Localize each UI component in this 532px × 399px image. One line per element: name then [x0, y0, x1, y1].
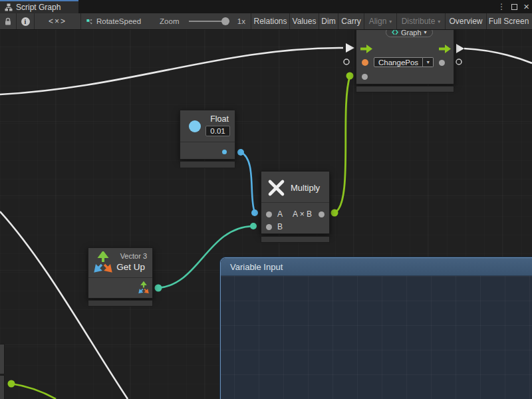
float-node-footer[interactable] [180, 161, 235, 168]
float-node[interactable]: Float 0.01 [180, 110, 235, 160]
tab-script-graph[interactable]: Script Graph [0, 0, 78, 13]
graph-canvas[interactable]: Graph ▾ ChangePos ▼ Float 0 [0, 30, 532, 399]
event-value-port[interactable] [362, 74, 368, 80]
graph-hierarchy-icon [5, 3, 13, 11]
variable-dropdown-value: ChangePos [374, 57, 423, 67]
full-screen-label: Full Screen [489, 17, 529, 26]
wire-green-bottom [11, 384, 56, 399]
event-out-value-port[interactable] [439, 60, 445, 66]
variable-dropdown[interactable]: ChangePos ▼ [374, 57, 434, 67]
float-output-port[interactable] [222, 150, 227, 154]
graph-context-section: RotateSpeed Zoom 1x [81, 13, 251, 29]
relations-button[interactable]: Relations [251, 13, 290, 29]
maximize-icon[interactable] [511, 4, 517, 10]
multiply-result-port[interactable] [319, 211, 325, 217]
graph-asset-icon [86, 17, 92, 26]
values-label: Values [293, 17, 317, 26]
event-graph-dropdown[interactable]: Graph ▾ [386, 30, 433, 37]
multiply-node-title: Multiply [291, 183, 320, 193]
vector-node-title: Get Up [116, 262, 145, 272]
vector-type-label: Vector 3 [120, 252, 147, 260]
lock-button[interactable] [0, 13, 17, 29]
align-label: Align [369, 17, 387, 26]
multiply-icon [267, 179, 285, 197]
inspect-button[interactable]: i [17, 13, 35, 29]
multiply-result-endpoint[interactable] [331, 209, 338, 217]
values-button[interactable]: Values [290, 13, 319, 29]
align-button[interactable]: Align ▾ [364, 13, 397, 29]
distribute-dropdown-icon: ▾ [438, 19, 440, 25]
multiply-a-label: A [277, 209, 283, 219]
multiply-result-label: A × B [293, 209, 312, 219]
zoom-value: 1x [237, 17, 245, 25]
flow-input-triangle[interactable] [346, 43, 354, 53]
offscreen-node-body[interactable] [0, 344, 5, 374]
float-node-title: Float [210, 114, 229, 124]
zoom-slider[interactable] [189, 17, 229, 26]
relations-label: Relations [253, 17, 287, 26]
graph-reference-label[interactable]: RotateSpeed [96, 17, 141, 25]
code-unit-icon: <×> [49, 17, 66, 26]
multiply-node-footer[interactable] [261, 236, 330, 243]
variable-dropdown-arrow-icon: ▼ [423, 57, 434, 67]
distribute-label: Distribute [402, 17, 436, 26]
multiply-b-port[interactable] [266, 224, 272, 230]
overview-button[interactable]: Overview [446, 13, 487, 29]
script-graph-window: Script Graph ⋮ × i <×> [0, 0, 532, 399]
multiply-b-label: B [277, 222, 283, 231]
graph-toolbar: i <×> RotateSpeed Zoom 1x Relations Valu… [0, 13, 532, 30]
wire-float-to-multiply [241, 152, 255, 212]
carry-label: Carry [341, 17, 360, 26]
full-screen-button[interactable]: Full Screen [487, 13, 531, 29]
lock-icon [4, 17, 12, 26]
vector3-icon [92, 251, 114, 274]
zoom-label: Zoom [160, 17, 179, 25]
variable-input-title: Variable Input [230, 262, 283, 272]
event-node-footer[interactable] [356, 86, 454, 92]
wire-event-out [464, 49, 532, 63]
info-icon: i [21, 17, 30, 26]
vector-node[interactable]: Vector 3 Get Up [88, 247, 153, 299]
vector-output-port-icon[interactable] [138, 281, 150, 295]
float-type-icon [189, 120, 201, 132]
dim-button[interactable]: Dim [319, 13, 338, 29]
wire-green-bottom-endpoint[interactable] [8, 380, 15, 388]
carry-button[interactable]: Carry [338, 13, 364, 29]
multiply-a-endpoint[interactable] [251, 209, 258, 216]
edit-graph-button[interactable]: <×> [35, 13, 81, 29]
zoom-slider-thumb[interactable] [221, 17, 229, 25]
wire-multiply-to-event [334, 76, 350, 213]
tab-label: Script Graph [16, 3, 61, 12]
align-dropdown-icon: ▾ [389, 19, 392, 25]
multiply-a-port[interactable] [266, 211, 272, 217]
tab-bar: Script Graph ⋮ × [0, 0, 532, 13]
vector-node-footer[interactable] [88, 300, 153, 307]
variable-input-panel[interactable]: Variable Input [220, 257, 532, 399]
multiply-b-endpoint[interactable] [250, 223, 257, 229]
offscreen-node-lower[interactable] [0, 375, 5, 399]
float-output-endpoint[interactable] [237, 149, 244, 156]
flow-out-port-icon[interactable] [439, 45, 452, 53]
float-value-field[interactable]: 0.01 [205, 126, 230, 136]
event-target-port[interactable] [362, 59, 368, 66]
event-left-open-port[interactable] [344, 59, 349, 65]
event-graph-label: Graph [401, 30, 422, 37]
wire-event-in [0, 48, 343, 94]
flow-output-triangle[interactable] [456, 44, 464, 53]
event-value-endpoint[interactable] [346, 72, 354, 80]
dim-label: Dim [321, 17, 335, 26]
event-graph-arrow-icon: ▾ [424, 30, 427, 35]
close-icon[interactable]: × [523, 1, 529, 11]
variable-input-titlebar[interactable]: Variable Input [221, 258, 532, 276]
window-menu-icon[interactable]: ⋮ [497, 3, 505, 11]
vector-output-endpoint[interactable] [155, 285, 162, 292]
distribute-button[interactable]: Distribute ▾ [397, 13, 446, 29]
script-graph-icon [392, 30, 398, 35]
event-right-open-port[interactable] [456, 59, 462, 65]
overview-label: Overview [449, 17, 482, 26]
multiply-node[interactable]: Multiply A A × B B [261, 171, 330, 234]
event-node[interactable]: Graph ▾ ChangePos ▼ [356, 30, 454, 84]
flow-in-port-icon[interactable] [360, 45, 373, 53]
